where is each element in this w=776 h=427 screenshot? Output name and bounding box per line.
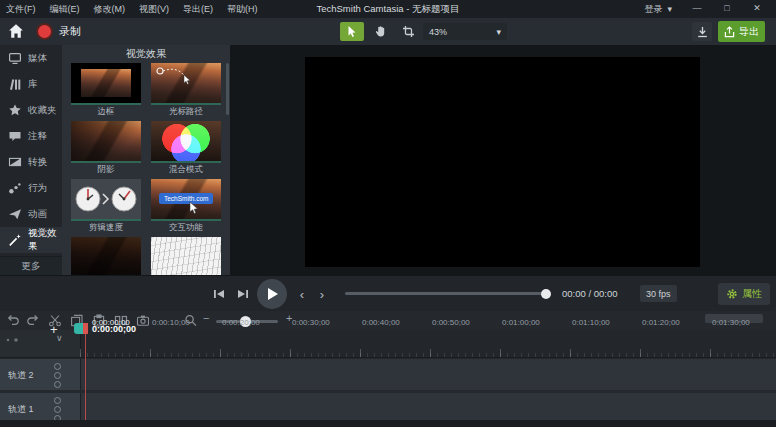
- chevron-left-icon: ‹: [300, 288, 304, 301]
- next-frame-button[interactable]: ›: [313, 285, 331, 303]
- track-toggles[interactable]: [54, 363, 61, 388]
- ruler-label: 0:01:10;00: [572, 318, 610, 327]
- properties-label: 属性: [742, 287, 762, 301]
- ruler-label: 0:01:20;00: [642, 318, 680, 327]
- track-toggle-icon[interactable]: [54, 372, 61, 379]
- previous-frame-button[interactable]: ‹: [293, 285, 311, 303]
- track-header: 轨道 2: [0, 359, 81, 390]
- scrubber-handle[interactable]: [541, 289, 551, 299]
- camera-icon[interactable]: [136, 314, 150, 327]
- sidebar-item-library[interactable]: 库: [0, 71, 62, 97]
- effect-label: 混合模式: [151, 164, 221, 176]
- border-effect-preview: [81, 69, 131, 97]
- sidebar-item-label: 视觉效果: [28, 227, 62, 253]
- canvas-area: [230, 45, 776, 275]
- jump-to-start-button[interactable]: [210, 285, 228, 303]
- canvas-zoom-select[interactable]: 43% ▾: [423, 23, 507, 40]
- sidebar: 媒体 库 收藏夹 注释 转换 行为 动画 视觉效果 更多: [0, 45, 62, 275]
- undo-icon[interactable]: [6, 314, 20, 327]
- home-icon: [8, 23, 26, 39]
- effect-tile-clip-speed[interactable]: [71, 179, 141, 221]
- playhead-line: [85, 334, 86, 427]
- cursor-path-icon: [155, 66, 195, 86]
- add-track-button[interactable]: +: [50, 322, 58, 337]
- scrubber-track[interactable]: [345, 292, 550, 295]
- select-tool-button[interactable]: [340, 22, 364, 41]
- sidebar-item-favorites[interactable]: 收藏夹: [0, 97, 62, 123]
- behaviors-icon: [8, 181, 22, 195]
- crop-icon: [402, 25, 415, 38]
- window-controls: 登录 ▾ — □ ✕: [634, 0, 772, 18]
- playhead-time: 0:00:00;00: [92, 324, 136, 334]
- sidebar-more-button[interactable]: 更多: [0, 256, 62, 275]
- sidebar-item-visual-effects[interactable]: 视觉效果: [0, 227, 62, 253]
- properties-button[interactable]: 属性: [718, 283, 770, 305]
- sidebar-item-behaviors[interactable]: 行为: [0, 175, 62, 201]
- track-lane[interactable]: [81, 359, 776, 390]
- quick-toggle-dots: [5, 337, 19, 343]
- playhead-handle[interactable]: [74, 323, 83, 334]
- crop-tool-button[interactable]: [396, 22, 420, 41]
- track-toggle-icon[interactable]: [54, 406, 61, 413]
- track-name: 轨道 2: [8, 369, 34, 382]
- ruler-label: 0:01:00;00: [502, 318, 540, 327]
- pan-tool-button[interactable]: [368, 22, 392, 41]
- sidebar-item-transitions[interactable]: 转换: [0, 149, 62, 175]
- home-button[interactable]: [8, 23, 26, 40]
- effect-tile-border[interactable]: [71, 63, 141, 105]
- bottom-scrollbar[interactable]: [0, 420, 776, 427]
- panel-scrollbar[interactable]: [226, 63, 229, 115]
- effect-tile-interactive-hotspot[interactable]: TechSmith.com: [151, 179, 221, 221]
- close-button[interactable]: ✕: [742, 0, 772, 18]
- timeline: − + ∨ + 0:00:00;00 0:00:10;00 0:00:20;00…: [0, 311, 776, 427]
- track-name: 轨道 1: [8, 403, 34, 416]
- record-button[interactable]: 录制: [36, 22, 81, 41]
- playhead-marker[interactable]: [83, 323, 88, 334]
- effect-label: 光标路径: [151, 106, 221, 118]
- sidebar-item-label: 库: [28, 78, 38, 91]
- track-toggles[interactable]: [54, 397, 61, 422]
- sidebar-item-label: 行为: [28, 182, 47, 195]
- effect-tile-sketch[interactable]: [151, 237, 221, 275]
- skip-end-icon: [237, 289, 249, 299]
- preview-stage[interactable]: [305, 57, 700, 267]
- caret-down-icon: ▾: [667, 4, 672, 14]
- title-bar: 文件(F) 编辑(E) 修改(M) 视图(V) 导出(E) 帮助(H) Tech…: [0, 0, 776, 18]
- caret-down-icon: ▾: [496, 27, 501, 37]
- sidebar-item-label: 注释: [28, 130, 47, 143]
- ruler-label: 0:01:30;00: [712, 318, 750, 327]
- canvas-zoom-value: 43%: [429, 27, 447, 37]
- track-toggle-icon[interactable]: [54, 363, 61, 370]
- zoom-out-button[interactable]: −: [203, 312, 209, 324]
- shadow-overlay: [71, 121, 141, 161]
- share-icon: [724, 26, 735, 38]
- effect-tile-drop-shadow[interactable]: [71, 121, 141, 163]
- redo-icon[interactable]: [26, 314, 40, 327]
- download-button[interactable]: [692, 22, 712, 41]
- camtasia-window: 文件(F) 编辑(E) 修改(M) 视图(V) 导出(E) 帮助(H) Tech…: [0, 0, 776, 427]
- gear-icon: [726, 288, 738, 300]
- effect-tile-dark[interactable]: [71, 237, 141, 275]
- login-label: 登录: [644, 3, 662, 16]
- time-display: 00:00 / 00:00: [562, 288, 617, 299]
- jump-to-end-button[interactable]: [234, 285, 252, 303]
- effect-label: 边框: [71, 106, 141, 118]
- login-button[interactable]: 登录 ▾: [634, 3, 682, 16]
- hotspot-text: TechSmith.com: [159, 193, 213, 204]
- play-button[interactable]: [257, 279, 287, 309]
- sidebar-item-animations[interactable]: 动画: [0, 201, 62, 227]
- sidebar-item-media[interactable]: 媒体: [0, 45, 62, 71]
- magic-wand-icon: [8, 233, 22, 247]
- record-label: 录制: [59, 24, 81, 39]
- maximize-button[interactable]: □: [712, 0, 742, 18]
- export-button[interactable]: 导出: [718, 21, 765, 42]
- ruler-label: 0:00:30;00: [292, 318, 330, 327]
- minimize-button[interactable]: —: [682, 0, 712, 18]
- track-toggle-icon[interactable]: [54, 397, 61, 404]
- effect-tile-blend-mode[interactable]: [151, 121, 221, 163]
- skip-start-icon: [213, 289, 225, 299]
- track-toggle-icon[interactable]: [54, 381, 61, 388]
- effect-tile-cursor-path[interactable]: [151, 63, 221, 105]
- sidebar-item-annotations[interactable]: 注释: [0, 123, 62, 149]
- effect-label: 交互功能: [151, 222, 221, 234]
